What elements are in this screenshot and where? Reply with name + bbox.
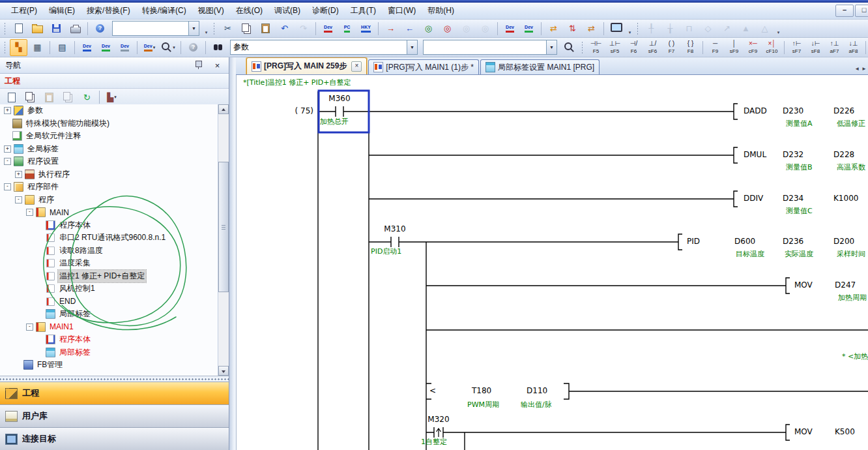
menu-item-7[interactable]: 诊断(D) (306, 3, 345, 19)
menu-item-10[interactable]: 帮助(H) (422, 3, 460, 19)
ladder-symbol-cF10-button[interactable]: ×│cF10 (763, 38, 781, 57)
scaling-up-icon[interactable]: ▲ (737, 20, 755, 37)
ladder-symbol-aF8-button[interactable]: ↓⊥aF8 (845, 38, 862, 57)
tab-2[interactable]: 局部标签设置 MAIN1 [PRG] (480, 59, 600, 74)
watch-start-icon[interactable]: ╁ (661, 20, 679, 37)
menu-item-4[interactable]: 视图(V) (192, 3, 230, 19)
tree-item-main[interactable]: -MAIN (0, 206, 218, 219)
tree-item-1[interactable]: 特殊模块(智能功能模块) (0, 117, 218, 130)
view-button-0[interactable]: 工程 (0, 382, 229, 404)
find-binoculars-icon[interactable] (209, 39, 227, 56)
combo-arrow-icon[interactable]: ▼ (546, 40, 557, 54)
menu-item-2[interactable]: 搜索/替换(F) (81, 3, 136, 19)
tree-item-main1[interactable]: -MAIN1 (0, 321, 218, 334)
navigation-toggle-icon[interactable]: ▚ (10, 39, 27, 56)
tree-item-19[interactable]: 局部标签 (0, 346, 218, 359)
find-preview-icon[interactable] (560, 39, 578, 56)
help-question-icon[interactable]: ? (184, 39, 202, 56)
watch-move-icon[interactable]: ↗ (718, 20, 736, 37)
monitor-start-icon[interactable]: ◎ (420, 20, 437, 37)
tree-item-4[interactable]: -程序设置 (0, 155, 218, 168)
print-icon[interactable] (66, 20, 84, 37)
scaling-down-icon[interactable]: △ (756, 20, 774, 37)
panel-resize-grip[interactable] (0, 376, 229, 382)
tree-item-3[interactable]: +全局标签 (0, 143, 218, 156)
tree-item-2[interactable]: 全局软元件注释 (0, 130, 218, 143)
tree-item-1[interactable]: 风机控制1 (0, 282, 218, 295)
open-file-icon[interactable] (29, 20, 46, 37)
expand-icon[interactable]: + (4, 145, 11, 153)
function-block-icon[interactable]: ▦ (29, 39, 46, 56)
quick-combo[interactable]: ▼ (112, 21, 199, 36)
device-initial-value-icon[interactable]: HKY (357, 20, 375, 37)
read-from-plc-icon[interactable]: ← (401, 20, 418, 37)
undo-icon[interactable]: ↶ (276, 20, 293, 37)
device-combo[interactable]: 参数▼ (230, 40, 418, 55)
monitor-mode-icon[interactable] (607, 20, 625, 37)
view-button-1[interactable]: 用户库 (0, 404, 229, 427)
refresh-icon[interactable]: ↻ (78, 89, 96, 106)
ladder-symbol-F9-button[interactable]: ─F9 (706, 38, 724, 57)
scroll-down-icon[interactable] (218, 366, 229, 376)
scroll-up-icon[interactable] (218, 104, 229, 114)
help-icon[interactable]: ? (91, 20, 109, 37)
toolbar-grip[interactable] (213, 22, 216, 35)
new-file-icon[interactable] (10, 20, 27, 37)
tree-item-2rtu96008n1[interactable]: 串口2 RTU通讯格式9600.8.n.1 (0, 232, 218, 245)
menu-item-6[interactable]: 调试(B) (268, 3, 306, 19)
sort-icon[interactable]: ▙▾ (103, 89, 121, 106)
pin-icon[interactable] (190, 57, 207, 74)
program-list-icon[interactable]: ▤ (53, 39, 71, 56)
redo-icon[interactable]: ↷ (295, 20, 312, 37)
paste-info-icon[interactable] (59, 89, 77, 106)
tree-item-7[interactable]: -程序 (0, 194, 218, 207)
ladder-symbol-sF6-button[interactable]: ⊥/sF6 (644, 38, 661, 57)
ladder-symbol-aF7-button[interactable]: ↑⊥aF7 (826, 38, 843, 57)
paste-icon[interactable] (257, 20, 274, 37)
toolbar-overflow-icon[interactable]: ▾ (203, 21, 210, 37)
tree-item-18[interactable]: 程序本体 (0, 333, 218, 346)
toolbar-grip[interactable] (4, 41, 7, 54)
tab-scroll-left-icon[interactable]: ◄ (854, 66, 860, 72)
watch-register-icon[interactable]: ╀ (643, 20, 660, 37)
combo-arrow-icon[interactable]: ▼ (188, 22, 199, 35)
device-test-icon[interactable]: Dev (501, 20, 519, 37)
monitor-write-icon[interactable]: ◎ (457, 20, 475, 37)
verify-icon[interactable]: ⇄ (545, 20, 562, 37)
tab-scroll-right-icon[interactable]: ► (861, 66, 867, 72)
find2-combo[interactable]: ▼ (423, 40, 557, 55)
ladder-symbol-cF9-button[interactable]: ×─cF9 (744, 38, 762, 57)
tree-item-1pid[interactable]: 温控1 修正+ PID+自整定 (0, 270, 218, 283)
ladder-symbol-sF5-button[interactable]: ⊥⊢sF5 (606, 38, 624, 57)
watch-delete-icon[interactable]: ◇ (699, 20, 717, 37)
menu-item-8[interactable]: 工具(T) (345, 3, 382, 19)
menu-item-1[interactable]: 编辑(E) (43, 3, 81, 19)
menu-item-5[interactable]: 在线(O) (230, 3, 268, 19)
tree-item-end[interactable]: END (0, 295, 218, 308)
watch-pulse-icon[interactable]: ⊓ (680, 20, 698, 37)
minimize-button[interactable]: – (835, 5, 854, 17)
device-batch-monitor-icon[interactable]: Dev (520, 20, 538, 37)
ladder-symbol-sF9-button[interactable]: │sF9 (725, 38, 743, 57)
transfer-setup-icon[interactable]: ⇄ (583, 20, 600, 37)
tree-item-fb[interactable]: FB管理 (0, 359, 218, 372)
ladder-symbol-sF7-button[interactable]: ↑⊢sF7 (788, 38, 805, 57)
menu-item-9[interactable]: 窗口(W) (382, 3, 422, 19)
ladder-symbol-F6-button[interactable]: ⊣/F6 (625, 38, 643, 57)
ladder-editor-canvas[interactable]: *[Title]温控1 修正+ PID+自整定( 75)M360加热总开M310… (236, 75, 868, 450)
maximize-button[interactable]: □ (855, 5, 868, 17)
ladder-symbol-F8-button[interactable]: { }F8 (682, 38, 699, 57)
device-statement-icon[interactable]: Dev (97, 39, 115, 56)
collapse-icon[interactable]: - (15, 196, 22, 203)
ladder-symbol-F7-button[interactable]: ( )F7 (663, 38, 680, 57)
expand-icon[interactable]: + (15, 171, 22, 178)
toolbar-grip[interactable] (581, 41, 584, 54)
combo-arrow-icon[interactable]: ▼ (407, 40, 417, 54)
device-comment-display-icon[interactable]: Dev (78, 39, 96, 56)
save-icon[interactable] (48, 20, 65, 37)
view-button-2[interactable]: 连接目标 (0, 427, 229, 450)
collapse-icon[interactable]: - (4, 158, 11, 165)
menu-item-3[interactable]: 转换/编译(C) (136, 3, 192, 19)
toolbar-grip[interactable] (4, 22, 7, 35)
device-find-icon[interactable]: ▾ (160, 39, 177, 56)
